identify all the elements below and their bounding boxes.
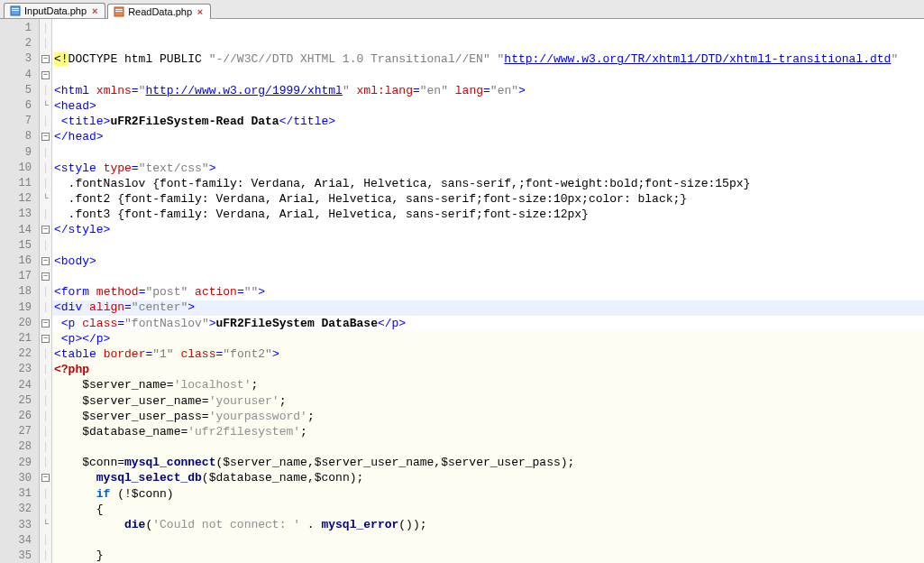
code-line[interactable]: <!DOCTYPE html PUBLIC "-//W3C//DTD XHTML… [54,51,924,67]
line-number: 23 [0,362,32,377]
fold-line-icon: │ [42,535,48,545]
line-number: 33 [0,518,32,533]
code-line[interactable]: die('Could not connect: ' . mysql_error(… [54,517,924,532]
fold-line-icon: │ [42,302,48,312]
code-line[interactable] [54,68,924,83]
code-line[interactable] [54,439,924,455]
line-number: 22 [0,346,32,362]
fold-toggle-icon[interactable]: − [41,257,50,265]
code-line[interactable]: <title>uFR2FileSystem-Read Data</title> [54,114,924,129]
code-line[interactable]: <body> [54,254,924,269]
line-number: 30 [0,471,32,486]
close-icon[interactable]: × [90,6,99,15]
tab-label: ReadData.php [128,6,192,17]
code-line[interactable]: .font3 {font-family: Verdana, Arial, Hel… [54,207,924,222]
fold-line-icon: │ [42,287,48,297]
fold-end-icon: └ [42,101,48,111]
fold-line-icon: │ [42,23,48,33]
line-number: 21 [0,331,32,346]
line-number: 7 [0,114,32,129]
fold-line-icon: │ [42,116,48,126]
fold-toggle-icon[interactable]: − [41,335,50,343]
code-line[interactable]: <form method="post" action=""> [54,284,924,300]
fold-toggle-icon[interactable]: − [41,319,50,328]
code-line[interactable]: mysql_select_db($database_name,$conn); [54,470,924,485]
fold-line-icon: │ [42,349,48,359]
line-number: 17 [0,269,32,284]
line-number: 32 [0,502,32,517]
code-line[interactable]: <?php [54,362,924,377]
fold-toggle-icon[interactable]: − [41,55,50,63]
fold-line-icon: │ [42,179,48,189]
fold-line-icon: │ [42,241,48,251]
svg-rect-1 [12,8,19,9]
line-number: 13 [0,207,32,222]
code-line[interactable]: <html xmlns="http://www.w3.org/1999/xhtm… [54,83,924,98]
tab-readdata[interactable]: ReadData.php × [107,4,211,19]
fold-line-icon: │ [42,39,48,49]
code-line[interactable]: if (!$conn) [54,486,924,502]
code-line[interactable]: $database_name='ufr2filesystem'; [54,424,924,439]
tab-bar: InputData.php × ReadData.php × [0,0,924,19]
line-number: 28 [0,439,32,455]
code-line[interactable]: .font2 {font-family: Verdana, Arial, Hel… [54,191,924,207]
code-line[interactable] [54,269,924,284]
code-line[interactable]: $server_user_pass='yourpassword'; [54,409,924,424]
code-line[interactable] [54,145,924,161]
code-line[interactable]: $server_user_name='youruser'; [54,393,924,409]
line-number: 9 [0,145,32,161]
code-line[interactable]: </head> [54,129,924,144]
fold-toggle-icon[interactable]: − [41,226,50,234]
code-line[interactable]: <p class="fontNaslov">uFR2FileSystem Dat… [54,316,924,331]
editor: 1234567891011121314151617181920212223242… [0,19,924,563]
fold-end-icon: └ [42,194,48,204]
code-line[interactable]: { [54,502,924,517]
code-line[interactable]: <p></p> [54,331,924,346]
line-number: 35 [0,549,32,563]
code-line[interactable]: } [54,548,924,563]
fold-line-icon: │ [42,365,48,374]
line-number: 18 [0,284,32,300]
code-line[interactable]: $server_name='localhost'; [54,377,924,392]
line-number: 3 [0,51,32,67]
code-line[interactable]: .fontNaslov {font-family: Verdana, Arial… [54,176,924,191]
fold-line-icon: │ [42,427,48,437]
code-line[interactable] [54,238,924,254]
code-line[interactable]: $conn=mysql_connect($server_name,$server… [54,455,924,470]
line-number: 10 [0,161,32,176]
line-number: 29 [0,456,32,471]
line-number: 27 [0,424,32,439]
tab-label: InputData.php [24,5,87,16]
code-area[interactable]: <!DOCTYPE html PUBLIC "-//W3C//DTD XHTML… [52,19,924,563]
line-number: 20 [0,316,32,331]
svg-rect-4 [115,9,123,10]
fold-line-icon: │ [42,550,48,560]
code-line[interactable]: </style> [54,222,924,237]
line-number: 12 [0,191,32,207]
fold-toggle-icon[interactable]: − [41,133,50,141]
code-line[interactable]: <div align="center"> [54,300,924,315]
fold-line-icon: │ [42,442,48,452]
fold-line-icon: │ [42,209,48,219]
fold-toggle-icon[interactable]: − [41,272,50,281]
line-number: 5 [0,83,32,98]
fold-toggle-icon[interactable]: − [41,71,50,79]
fold-toggle-icon[interactable]: − [41,474,50,482]
line-number: 6 [0,98,32,114]
line-number: 31 [0,486,32,502]
line-number: 8 [0,129,32,144]
fold-gutter: ││−−│└│−│││└│−│−−││−−││││││││−││└││ [40,19,52,563]
code-line[interactable] [54,532,924,548]
fold-line-icon: │ [42,489,48,499]
fold-line-icon: │ [42,457,48,467]
code-line[interactable]: <head> [54,98,924,114]
line-number: 26 [0,409,32,424]
tab-inputdata[interactable]: InputData.php × [4,3,105,18]
close-icon[interactable]: × [196,7,205,16]
fold-line-icon: │ [42,411,48,421]
file-icon [10,5,21,16]
svg-rect-5 [115,11,123,12]
code-line[interactable]: <table border="1" class="font2"> [54,346,924,362]
code-line[interactable]: <style type="text/css"> [54,161,924,176]
line-number: 25 [0,393,32,409]
